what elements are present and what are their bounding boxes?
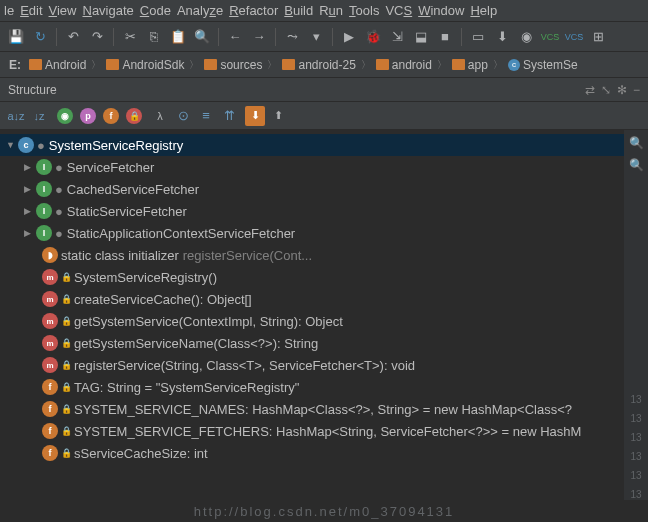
paste-icon[interactable]: 📋	[168, 27, 188, 47]
menu-refactor[interactable]: Refactor	[229, 3, 278, 18]
cut-icon[interactable]: ✂	[120, 27, 140, 47]
collapse-arrow-icon[interactable]: ▼	[6, 140, 18, 150]
vcs-up-icon[interactable]: VCS	[540, 27, 560, 47]
tree-node-field[interactable]: f 🔒 sServiceCacheSize: int	[0, 442, 648, 464]
method-icon: m	[42, 313, 58, 329]
debug-icon[interactable]: 🐞	[363, 27, 383, 47]
menu-view[interactable]: View	[49, 3, 77, 18]
breadcrumb-root[interactable]: E:	[6, 58, 24, 72]
tree-node-method[interactable]: m 🔒 getSystemServiceName(Class<?>): Stri…	[0, 332, 648, 354]
menu-build[interactable]: Build	[284, 3, 313, 18]
tree-node-class[interactable]: ▼ c ● SystemServiceRegistry	[0, 134, 648, 156]
attach-icon[interactable]: ⇲	[387, 27, 407, 47]
hide-icon[interactable]: −	[633, 83, 640, 97]
package-lock-icon: 🔒	[61, 294, 71, 304]
sdk-icon[interactable]: ⬇	[492, 27, 512, 47]
show-anonymous-icon[interactable]: λ	[150, 106, 170, 126]
search-icon[interactable]: 🔍	[629, 136, 644, 150]
scroll-to-icon[interactable]: ⇄	[585, 83, 595, 97]
tree-node-interface[interactable]: ▶ I ● StaticApplicationContextServiceFet…	[0, 222, 648, 244]
menu-tools[interactable]: Tools	[349, 3, 379, 18]
gear-icon[interactable]: ✻	[617, 83, 627, 97]
more-icon[interactable]: ⊞	[588, 27, 608, 47]
breadcrumb-bar: E: Android〉 AndroidSdk〉 sources〉 android…	[0, 52, 648, 78]
sync-icon[interactable]: ↻	[30, 27, 50, 47]
menu-run[interactable]: Run	[319, 3, 343, 18]
menu-edit[interactable]: Edit	[20, 3, 42, 18]
run-config-icon[interactable]: ▾	[306, 27, 326, 47]
redo-icon[interactable]: ↷	[87, 27, 107, 47]
separator	[461, 28, 462, 46]
breadcrumb-item[interactable]: android	[373, 58, 435, 72]
tree-node-method[interactable]: m 🔒 registerService(String, Class<T>, Se…	[0, 354, 648, 376]
chevron-icon: 〉	[437, 58, 447, 72]
save-icon[interactable]: 💾	[6, 27, 26, 47]
field-icon: f	[42, 401, 58, 417]
breadcrumb-file[interactable]: cSystemSe	[505, 58, 581, 72]
expand-arrow-icon[interactable]: ▶	[24, 206, 36, 216]
copy-icon[interactable]: ⎘	[144, 27, 164, 47]
lock-icon: 🔒	[61, 404, 71, 414]
search-plus-icon[interactable]: 🔍	[629, 158, 644, 172]
folder-icon	[452, 59, 465, 70]
breadcrumb-item[interactable]: app	[449, 58, 491, 72]
breadcrumb-item[interactable]: sources	[201, 58, 265, 72]
separator	[275, 28, 276, 46]
menu-window[interactable]: Window	[418, 3, 464, 18]
stop-icon[interactable]: ■	[435, 27, 455, 47]
undo-icon[interactable]: ↶	[63, 27, 83, 47]
tree-node-constructor[interactable]: m 🔒 SystemServiceRegistry()	[0, 266, 648, 288]
show-non-public-icon[interactable]: f	[101, 106, 121, 126]
tree-node-field[interactable]: f 🔒 SYSTEM_SERVICE_FETCHERS: HashMap<Str…	[0, 420, 648, 442]
breadcrumb-item[interactable]: AndroidSdk	[103, 58, 187, 72]
find-icon[interactable]: 🔍	[192, 27, 212, 47]
menu-analyze[interactable]: Analyze	[177, 3, 223, 18]
lock-icon: 🔒	[61, 272, 71, 282]
monitor-icon[interactable]: ◉	[516, 27, 536, 47]
collapse-icon[interactable]: ⤡	[601, 83, 611, 97]
show-properties-icon[interactable]: p	[78, 106, 98, 126]
method-icon: m	[42, 335, 58, 351]
tree-node-method[interactable]: m 🔒 createServiceCache(): Object[]	[0, 288, 648, 310]
collapse-all-icon[interactable]: ⇈	[219, 106, 239, 126]
tree-node-interface[interactable]: ▶ I ● ServiceFetcher	[0, 156, 648, 178]
line-number: 13	[630, 470, 641, 481]
expand-methods-icon[interactable]: ⊙	[173, 106, 193, 126]
lock-icon: 🔒	[61, 448, 71, 458]
run-icon[interactable]: ▶	[339, 27, 359, 47]
back-icon[interactable]: ←	[225, 27, 245, 47]
make-icon[interactable]: ⤳	[282, 27, 302, 47]
tree-node-method[interactable]: m 🔒 getSystemService(ContextImpl, String…	[0, 310, 648, 332]
menu-code[interactable]: Code	[140, 3, 171, 18]
menu-help[interactable]: Help	[470, 3, 497, 18]
autoscroll-from-icon[interactable]: ⬆	[268, 106, 288, 126]
vcs-down-icon[interactable]: VCS	[564, 27, 584, 47]
autoscroll-source-icon[interactable]: ⬇	[245, 106, 265, 126]
menu-navigate[interactable]: Navigate	[82, 3, 133, 18]
expand-icon[interactable]: ≡	[196, 106, 216, 126]
tree-node-field[interactable]: f 🔒 SYSTEM_SERVICE_NAMES: HashMap<Class<…	[0, 398, 648, 420]
chevron-icon: 〉	[189, 58, 199, 72]
menu-file[interactable]: le	[4, 3, 14, 18]
menu-vcs[interactable]: VCS	[385, 3, 412, 18]
folder-icon	[204, 59, 217, 70]
breadcrumb-item[interactable]: Android	[26, 58, 89, 72]
show-fields-icon[interactable]: ◉	[55, 106, 75, 126]
tree-node-initializer[interactable]: ◗ static class initializer registerServi…	[0, 244, 648, 266]
interface-icon: I	[36, 159, 52, 175]
expand-arrow-icon[interactable]: ▶	[24, 184, 36, 194]
tree-node-interface[interactable]: ▶ I ● CachedServiceFetcher	[0, 178, 648, 200]
sort-alpha-icon[interactable]: a↓z	[6, 106, 26, 126]
coverage-icon[interactable]: ⬓	[411, 27, 431, 47]
forward-icon[interactable]: →	[249, 27, 269, 47]
breadcrumb-item[interactable]: android-25	[279, 58, 358, 72]
tree-node-interface[interactable]: ▶ I ● StaticServiceFetcher	[0, 200, 648, 222]
show-inherited-icon[interactable]: 🔒	[124, 106, 144, 126]
sort-visibility-icon[interactable]: ↓z	[29, 106, 49, 126]
interface-icon: I	[36, 225, 52, 241]
avd-icon[interactable]: ▭	[468, 27, 488, 47]
expand-arrow-icon[interactable]: ▶	[24, 228, 36, 238]
method-icon: m	[42, 269, 58, 285]
expand-arrow-icon[interactable]: ▶	[24, 162, 36, 172]
tree-node-field[interactable]: f 🔒 TAG: String = "SystemServiceRegistry…	[0, 376, 648, 398]
